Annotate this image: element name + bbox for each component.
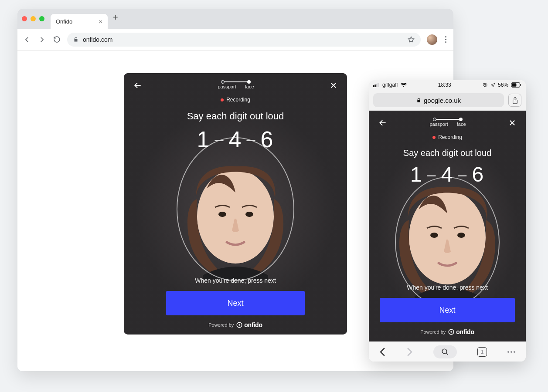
battery-icon	[511, 82, 521, 88]
next-button[interactable]: Next	[166, 291, 304, 315]
recording-indicator: Recording	[432, 134, 462, 140]
onfido-mark-icon	[448, 329, 454, 335]
widget-close-button[interactable]	[508, 119, 516, 127]
safari-more-button[interactable]	[507, 351, 515, 353]
digit-2: 4	[441, 162, 454, 186]
next-button[interactable]: Next	[380, 298, 515, 322]
safari-tabs-button[interactable]: 1	[477, 347, 487, 357]
onfido-mark-icon	[236, 322, 242, 328]
new-tab-button[interactable]: +	[113, 13, 118, 25]
ios-url-bar: google.co.uk	[369, 90, 526, 111]
bookmark-star-icon[interactable]	[408, 36, 415, 43]
svg-point-18	[451, 331, 453, 333]
search-icon	[441, 348, 449, 356]
ios-status-bar: giffgaff 18:33 56%	[369, 80, 526, 90]
svg-rect-12	[520, 84, 521, 86]
lock-icon	[416, 98, 421, 103]
svg-point-4	[239, 324, 241, 326]
widget-back-button[interactable]	[378, 118, 387, 127]
url-field[interactable]: onfido.com	[67, 33, 421, 47]
done-hint: When you're done, press next	[195, 277, 276, 284]
face-oval-guide	[177, 137, 294, 281]
window-controls[interactable]	[22, 16, 44, 21]
safari-tab-count: 1	[481, 349, 483, 355]
digit-3: 6	[260, 126, 274, 152]
safari-forward-button[interactable]	[406, 347, 413, 357]
challenge-digits: 1 – 4 – 6	[410, 162, 484, 186]
safari-back-button[interactable]	[379, 347, 386, 357]
digit-3: 6	[472, 162, 484, 186]
powered-by: Powered by onfido	[208, 321, 262, 328]
recording-dot-icon	[221, 98, 224, 101]
forward-button[interactable]	[37, 35, 46, 44]
recording-dot-icon	[432, 136, 436, 139]
widget-close-button[interactable]	[330, 81, 337, 89]
digit-1: 1	[410, 162, 423, 186]
digit-2: 4	[229, 126, 242, 152]
progress-stepper: passport face	[430, 119, 466, 127]
wifi-icon	[401, 83, 407, 88]
browser-menu-icon[interactable]	[443, 34, 448, 44]
close-window-icon[interactable]	[22, 16, 27, 21]
stepper-step-passport: passport	[430, 122, 448, 127]
share-button[interactable]	[508, 94, 521, 107]
svg-rect-8	[378, 83, 379, 87]
safari-search-button[interactable]	[433, 345, 457, 358]
svg-rect-6	[374, 84, 376, 87]
stepper-step-passport: passport	[218, 84, 236, 89]
maximize-window-icon[interactable]	[39, 16, 44, 21]
battery-percentage: 56%	[498, 82, 508, 88]
tab-title: Onfido	[56, 18, 72, 25]
onfido-widget: passport face Recording Say each digit o…	[124, 73, 347, 335]
carrier-name: giffgaff	[382, 82, 398, 88]
browser-address-bar: onfido.com	[17, 29, 453, 51]
recording-label: Recording	[226, 97, 250, 103]
progress-stepper: passport face	[218, 81, 254, 89]
svg-rect-5	[373, 85, 374, 87]
recording-indicator: Recording	[221, 97, 250, 103]
stepper-step-face: face	[457, 122, 466, 127]
mobile-url-field[interactable]: google.co.uk	[373, 93, 504, 107]
reload-button[interactable]	[52, 35, 61, 44]
mobile-device: giffgaff 18:33 56% google.co.uk	[369, 80, 526, 362]
close-tab-icon[interactable]: ×	[99, 18, 102, 25]
digit-1: 1	[197, 126, 211, 152]
minimize-window-icon[interactable]	[31, 16, 36, 21]
widget-back-button[interactable]	[133, 81, 142, 90]
browser-tab[interactable]: Onfido ×	[51, 14, 108, 29]
lock-icon	[73, 37, 78, 42]
powered-by: Powered by onfido	[420, 328, 474, 335]
challenge-digits: 1 – 4 – 6	[197, 126, 274, 152]
stepper-step-face: face	[245, 84, 254, 89]
svg-point-19	[442, 349, 447, 354]
svg-rect-9	[485, 84, 486, 86]
onfido-widget-mobile: passport face Recording Say each digit o…	[369, 111, 526, 341]
done-hint: When you're done, press next	[407, 284, 488, 291]
svg-rect-7	[376, 84, 378, 88]
instruction-text: Say each digit out loud	[187, 111, 284, 122]
url-text: onfido.com	[83, 36, 112, 43]
mobile-url-text: google.co.uk	[424, 97, 461, 104]
instruction-text: Say each digit out loud	[403, 148, 491, 158]
profile-avatar[interactable]	[427, 34, 437, 45]
orientation-lock-icon	[483, 82, 488, 88]
onfido-logo: onfido	[236, 321, 262, 328]
browser-tab-strip: Onfido × +	[17, 9, 453, 29]
location-icon	[490, 83, 495, 88]
svg-rect-11	[512, 83, 516, 87]
recording-label: Recording	[438, 134, 462, 140]
status-time: 18:33	[438, 82, 451, 88]
ios-bottom-toolbar: 1	[369, 341, 526, 362]
share-icon	[512, 97, 518, 104]
cellular-signal-icon	[373, 83, 380, 87]
onfido-logo: onfido	[448, 328, 474, 335]
back-button[interactable]	[23, 35, 31, 44]
